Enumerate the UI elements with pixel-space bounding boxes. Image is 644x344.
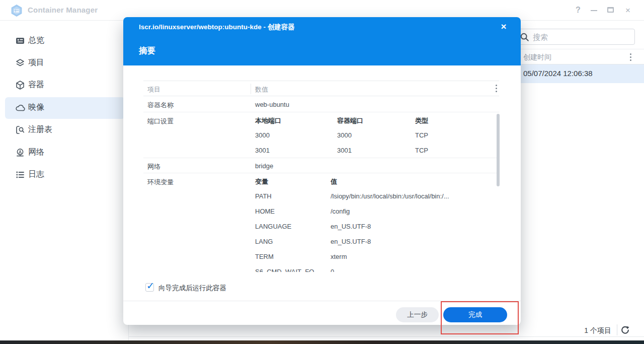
container-icon [15,80,25,90]
column-item: 项目 [147,85,160,94]
container-manager-app-icon [10,4,24,18]
log-icon [15,170,25,180]
sidebar-item-container[interactable]: 容器 [5,75,125,96]
summary-table-header: 项目 数值 [143,81,499,96]
sidebar-item-label: 网络 [28,147,44,158]
table-scrollbar[interactable] [497,114,500,186]
sidebar-item-registry[interactable]: 注册表 [5,119,125,141]
dialog-title: lscr.io/linuxserver/webtop:ubuntu-kde - … [139,23,295,32]
search-box [514,29,635,45]
sidebar-item-label: 容器 [28,80,44,90]
run-after-wizard-checkbox[interactable]: ✓ [145,283,154,292]
back-button[interactable]: 上一步 [396,307,439,322]
window-close-icon[interactable]: × [624,6,632,16]
port-type: TCP [415,147,428,154]
search-icon [520,32,530,42]
summary-table: 项目 数值 容器名称 web-ubuntu 端口设置 本地端口 容器端口 类型 [143,81,499,272]
create-container-dialog: lscr.io/linuxserver/webtop:ubuntu-kde - … [123,17,521,325]
subcolumn-header: 变量 [255,177,268,186]
sidebar-item-network[interactable]: 网络 [5,142,125,164]
env-name: HOME [255,208,275,215]
sidebar-item-label: 注册表 [28,124,52,135]
port-container: 3001 [337,147,352,154]
sidebar-item-label: 总览 [28,35,44,46]
created-time-cell: 05/07/2024 12:06:38 [523,69,593,78]
sidebar: 总览 项目 容器 映像 注册表 [0,21,128,340]
project-icon [15,58,25,68]
table-row: 容器名称 web-ubuntu [143,96,499,112]
env-name: LANGUAGE [255,223,291,230]
env-value: 0 [331,268,334,272]
table-row: 环境变量 变量 值 PATH /lsiopy/bin:/usr/local/sb… [143,173,499,272]
env-value: /config [331,208,350,215]
finish-button[interactable]: 完成 [443,307,507,322]
minimize-icon[interactable] [591,6,599,16]
table-options-kebab-icon[interactable] [496,85,498,93]
column-value: 数值 [255,85,268,94]
env-value: /lsiopy/bin:/usr/local/sbin:/usr/local/b… [331,192,449,200]
row-name: 容器名称 [147,101,174,110]
checkmark-icon: ✓ [146,280,154,292]
app-window: Container Manager ? × 总览 项目 容器 [0,0,644,344]
port-container: 3000 [337,131,352,139]
sidebar-item-image[interactable]: 映像 [5,97,125,119]
subcolumn-header: 本地端口 [255,116,281,125]
row-value: bridge [255,162,273,170]
desktop-background [0,340,644,344]
env-value: en_US.UTF-8 [331,223,371,230]
summary-table-body: 容器名称 web-ubuntu 端口设置 本地端口 容器端口 类型 3000 3… [143,96,499,272]
env-value: en_US.UTF-8 [331,238,371,245]
env-name: LANG [255,238,273,245]
subcolumn-header: 容器端口 [337,116,363,125]
maximize-icon[interactable] [607,6,615,16]
port-type: TCP [415,131,428,139]
search-input[interactable] [533,31,631,42]
sidebar-item-label: 日志 [28,169,44,180]
dialog-header: lscr.io/linuxserver/webtop:ubuntu-kde - … [123,17,521,65]
pane-bottom-border [129,336,644,337]
column-header-created-time[interactable]: 创建时间 [523,53,551,62]
port-local: 3001 [255,147,270,154]
dialog-close-icon[interactable]: × [499,21,509,32]
image-icon [15,103,25,113]
table-row: 端口设置 本地端口 容器端口 类型 3000 3000 TCP 3001 300… [143,112,499,158]
table-row: 网络 bridge [143,158,499,173]
dialog-subtitle: 摘要 [139,45,155,56]
registry-icon [15,125,25,135]
network-icon [15,148,25,158]
list-footer: 1 个项目 [129,324,644,336]
subcolumn-header: 值 [331,177,337,186]
sidebar-item-label: 映像 [28,102,44,113]
overview-icon [15,36,25,46]
env-name: PATH [255,192,272,200]
env-name: S6_CMD_WAIT_FO [255,268,314,272]
column-options-kebab-icon[interactable] [630,53,632,61]
sidebar-item-project[interactable]: 项目 [5,52,125,74]
help-icon[interactable]: ? [574,6,582,16]
item-count: 1 个项目 [584,326,611,335]
subcolumn-header: 类型 [415,116,428,125]
env-value: xterm [331,253,347,260]
column-divider [251,84,251,94]
row-name: 网络 [147,162,160,171]
env-name: TERM [255,253,274,260]
port-local: 3000 [255,131,270,139]
dialog-footer-divider [123,301,521,301]
app-title: Container Manager [28,6,98,14]
row-value: web-ubuntu [255,101,289,108]
sidebar-item-label: 项目 [28,57,44,68]
footer-divider [617,324,617,335]
sidebar-item-overview[interactable]: 总览 [5,30,125,52]
sidebar-item-log[interactable]: 日志 [5,164,125,186]
run-after-wizard-label: 向导完成后运行此容器 [158,284,226,293]
refresh-icon[interactable] [620,325,631,336]
